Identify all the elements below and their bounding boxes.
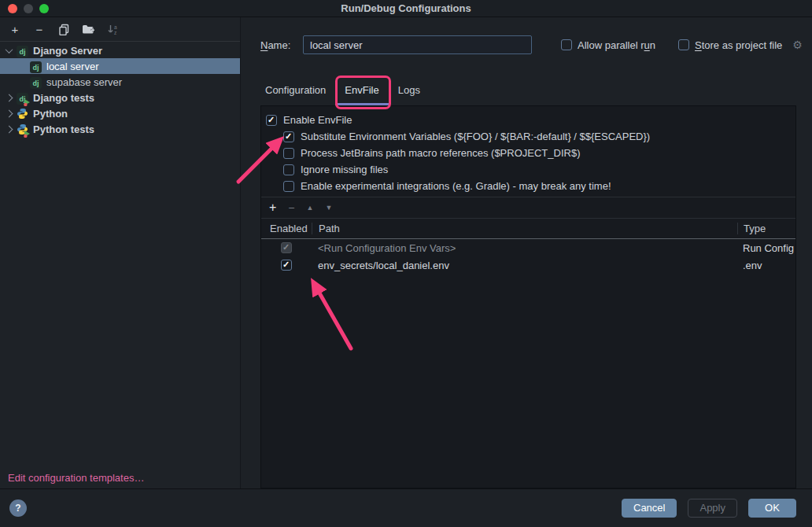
column-header-path[interactable]: Path [312, 223, 737, 234]
copy-configuration-icon[interactable] [57, 22, 71, 36]
option-substitute-env-vars[interactable]: Substitute Environment Variables (${FOO}… [266, 128, 791, 145]
new-folder-icon[interactable] [81, 22, 95, 36]
option-enable-envfile[interactable]: Enable EnvFile [266, 112, 791, 128]
store-as-project-file-option[interactable]: Store as project file ⚙ [678, 39, 803, 51]
svg-text:a: a [114, 24, 117, 29]
sort-alphabetically-icon[interactable]: az [105, 22, 120, 36]
chevron-right-icon[interactable] [6, 125, 13, 133]
tree-item-django-tests[interactable]: dj Django tests [0, 90, 240, 105]
svg-text:z: z [114, 29, 116, 35]
envfile-options: Enable EnvFile Substitute Environment Va… [261, 106, 795, 197]
tree-item-supabase-server[interactable]: dj supabase server [0, 74, 240, 90]
tree-item-django-server[interactable]: dj Django Server [0, 42, 240, 58]
python-icon [17, 108, 28, 120]
option-process-path-macros[interactable]: Process JetBrains path macro references … [266, 145, 791, 161]
window-title: Run/Debug Configurations [0, 0, 812, 17]
configurations-tree: dj Django Server dj local server dj supa… [0, 42, 240, 137]
column-header-enabled[interactable]: Enabled [261, 223, 312, 234]
configuration-editor: Name: Allow parallel run Store as projec… [241, 17, 812, 488]
gear-icon[interactable]: ⚙ [792, 39, 803, 51]
chevron-down-icon[interactable] [6, 46, 13, 53]
run-debug-configurations-dialog: Run/Debug Configurations + − az [0, 0, 812, 527]
help-button[interactable]: ? [9, 499, 27, 517]
tree-item-local-server[interactable]: dj local server [0, 58, 240, 74]
remove-configuration-icon[interactable]: − [32, 22, 46, 36]
name-label: Name: [260, 39, 303, 51]
chevron-right-icon[interactable] [6, 109, 13, 117]
table-row[interactable]: <Run Configuration Env Vars> Run Config [261, 239, 795, 256]
process-path-macros-checkbox[interactable] [283, 148, 294, 159]
title-bar: Run/Debug Configurations [0, 0, 812, 17]
django-tests-icon: dj [17, 92, 28, 104]
tree-item-python[interactable]: Python [0, 105, 240, 121]
django-icon: dj [17, 45, 28, 57]
option-ignore-missing-files[interactable]: Ignore missing files [266, 161, 791, 178]
name-row: Name: Allow parallel run Store as projec… [260, 35, 812, 54]
table-row[interactable]: env_secrets/local_daniel.env .env [261, 256, 795, 274]
store-as-project-file-checkbox[interactable] [678, 39, 689, 50]
allow-parallel-run-option[interactable]: Allow parallel run [561, 39, 655, 51]
envfile-panel: Enable EnvFile Substitute Environment Va… [260, 105, 796, 488]
row-type: Run Config [737, 242, 795, 254]
add-configuration-icon[interactable]: + [8, 22, 22, 36]
move-up-icon[interactable]: ▲ [307, 204, 314, 212]
add-env-file-icon[interactable]: + [269, 201, 276, 215]
django-icon: dj [30, 61, 42, 72]
row-path: <Run Configuration Env Vars> [312, 242, 737, 254]
name-input[interactable] [303, 35, 532, 54]
store-as-project-file-label: Store as project file [695, 39, 782, 51]
allow-parallel-run-checkbox[interactable] [561, 39, 572, 50]
row-enabled-checkbox [281, 242, 292, 253]
tab-configuration[interactable]: Configuration [256, 79, 335, 105]
column-header-type[interactable]: Type [737, 223, 795, 234]
dialog-footer: ? Cancel Apply OK [0, 488, 812, 526]
experimental-integrations-checkbox[interactable] [283, 181, 294, 192]
django-icon: dj [30, 76, 42, 88]
configuration-tabs: Configuration EnvFile Logs [256, 79, 812, 105]
tree-item-python-tests[interactable]: Python tests [0, 121, 240, 137]
edit-configuration-templates-link[interactable]: Edit configuration templates… [8, 472, 144, 484]
allow-parallel-run-label: Allow parallel run [578, 39, 655, 51]
move-down-icon[interactable]: ▼ [325, 204, 332, 212]
python-tests-icon [17, 123, 28, 135]
env-files-table-header: Enabled Path Type [261, 219, 795, 239]
env-files-toolbar: + − ▲ ▼ [261, 197, 795, 219]
configurations-sidebar: + − az dj Django Server [0, 17, 241, 488]
cancel-button[interactable]: Cancel [622, 499, 677, 518]
row-path: env_secrets/local_daniel.env [312, 260, 737, 271]
row-enabled-checkbox[interactable] [281, 260, 292, 271]
option-experimental-integrations[interactable]: Enable experimental integrations (e.g. G… [266, 178, 791, 194]
ok-button[interactable]: OK [748, 499, 796, 518]
tab-logs[interactable]: Logs [389, 79, 430, 105]
sidebar-toolbar: + − az [0, 17, 240, 42]
substitute-env-vars-checkbox[interactable] [283, 131, 294, 142]
question-mark-icon: ? [15, 503, 20, 514]
tab-envfile[interactable]: EnvFile [335, 79, 388, 105]
chevron-right-icon[interactable] [6, 94, 13, 101]
ignore-missing-files-checkbox[interactable] [283, 164, 294, 175]
enable-envfile-checkbox[interactable] [266, 115, 277, 126]
apply-button[interactable]: Apply [688, 499, 737, 518]
table-empty-area [261, 274, 795, 488]
row-type: .env [737, 260, 795, 271]
remove-env-file-icon[interactable]: − [288, 201, 294, 214]
